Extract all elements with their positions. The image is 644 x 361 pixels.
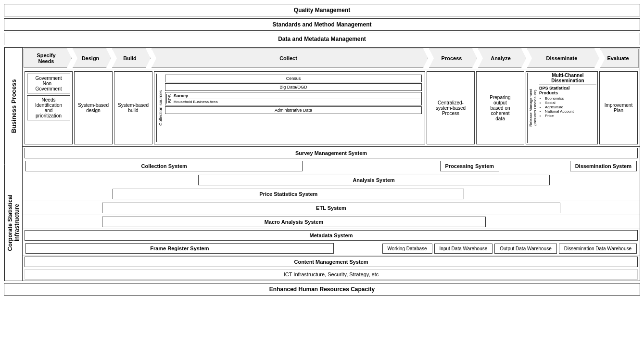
detail-disseminate: Release Management(Includes Disclosure) … <box>526 71 598 144</box>
dissemination-system-box: Dissemination System <box>570 161 637 171</box>
detail-collect: Collection sources Census Big Data/OGD B… <box>154 71 425 144</box>
input-dw-box: Input Data Warehouse <box>434 244 493 254</box>
arrow-row: SpecifyNeeds Design Build Collect Proces… <box>23 48 640 69</box>
standards-bar: Standards and Method Management <box>4 18 640 31</box>
content-mgmt-bar: Content Management System <box>25 257 638 267</box>
detail-evaluate: ImprovementPlan <box>599 71 638 144</box>
output-dw-box: Output Data Warehouse <box>494 244 556 254</box>
survey-mgmt-bar: Survey Management System <box>25 148 638 158</box>
release-mgmt-label: Release Management(Includes Disclosure) <box>527 73 538 143</box>
specify-needs: NeedsIdentificationandprioritization <box>27 95 70 120</box>
multi-channel-label: Multi-ChannelDissemination <box>539 73 596 85</box>
infra-row-price: Price Statistics System <box>23 187 640 201</box>
phase-specify: SpecifyNeeds <box>24 49 72 68</box>
survey-label: Survey <box>174 93 420 99</box>
detail-process: Centralized-system-basedProcess <box>427 71 475 144</box>
price-statistics-box: Price Statistics System <box>113 189 464 199</box>
product-social: Social <box>545 101 596 105</box>
infra-row-frame: Frame Register System Working Database I… <box>23 242 640 256</box>
working-db-box: Working Database <box>382 244 432 254</box>
phase-collect: Collect <box>152 49 428 68</box>
phase-build: Build <box>112 49 151 68</box>
disseminate-inner: Multi-ChannelDissemination BPS Statistic… <box>538 73 596 143</box>
macro-analysis-box: Macro Analysis System <box>102 217 486 227</box>
phase-analyze: Analyze <box>478 49 526 68</box>
dissemination-dw-box: Dissemination Data Warehouse <box>559 244 637 254</box>
household-label: Household Business Area <box>174 100 420 104</box>
product-economics: Economics <box>545 96 596 101</box>
infra-row-macro: Macro Analysis System <box>23 215 640 229</box>
big-data-box: Big Data/OGD <box>165 83 422 91</box>
metadata-bar: Metadata System <box>25 230 638 241</box>
collect-inner: Census Big Data/OGD BPS Survey Household… <box>164 74 423 142</box>
bps-products-list: Economics Social Agriculture National Ac… <box>539 96 596 118</box>
bps-survey-box: BPS Survey Household Business Area <box>165 92 422 105</box>
quality-mgmt-bar: Quality Management <box>4 4 640 16</box>
bps-label: BPS <box>166 94 173 103</box>
frame-register-box: Frame Register System <box>25 243 334 254</box>
ict-bar: ICT Infrastructure, Security, Strategy, … <box>25 269 638 280</box>
product-national: National Account <box>545 109 596 114</box>
product-agriculture: Agriculture <box>545 105 596 109</box>
bps-products-label: BPS StatisticalProducts <box>539 86 596 95</box>
detail-analyze: Preparingoutputbased oncoherentdata <box>476 71 524 144</box>
main-section: Business Process Corporate Statistical I… <box>4 47 640 281</box>
detail-specify: GovernmentNon -Government NeedsIdentific… <box>25 71 73 144</box>
detail-row: GovernmentNon -Government NeedsIdentific… <box>23 69 640 146</box>
etl-system-box: ETL System <box>102 203 560 213</box>
infra-row-1: Collection System Processing System Diss… <box>23 159 640 173</box>
analysis-system-box: Analysis System <box>198 175 550 185</box>
phase-evaluate: Evaluate <box>600 49 639 68</box>
survey-inner: Survey Household Business Area <box>174 93 420 104</box>
phase-design: Design <box>73 49 111 68</box>
specify-gov: GovernmentNon -Government <box>27 74 70 93</box>
collection-sources-label: Collection sources <box>156 74 164 142</box>
collection-system-box: Collection System <box>25 161 303 171</box>
data-metadata-bar: Data and Metadata Management <box>4 33 640 45</box>
detail-design: System-baseddesign <box>74 71 113 144</box>
infra-row-analysis: Analysis System <box>23 173 640 187</box>
phase-process: Process <box>429 49 477 68</box>
product-price: Price <box>545 114 596 118</box>
right-content: SpecifyNeeds Design Build Collect Proces… <box>23 48 640 281</box>
business-process-label: Business Process <box>4 48 22 165</box>
infra-section: Survey Management System Collection Syst… <box>23 147 640 281</box>
main-wrapper: Quality Management Standards and Method … <box>0 0 644 301</box>
infra-row-etl: ETL System <box>23 201 640 215</box>
bp-section: SpecifyNeeds Design Build Collect Proces… <box>23 48 640 147</box>
csi-label: Corporate Statistical Infrastructure <box>4 165 22 281</box>
processing-system-box: Processing System <box>440 161 500 171</box>
detail-build: System-basedbuild <box>114 71 152 144</box>
phase-disseminate: Disseminate <box>527 49 599 68</box>
census-box: Census <box>165 75 422 82</box>
admin-data-box: Administrative Data <box>165 106 422 114</box>
hr-bar: Enhanced Human Resources Capacity <box>4 283 640 296</box>
